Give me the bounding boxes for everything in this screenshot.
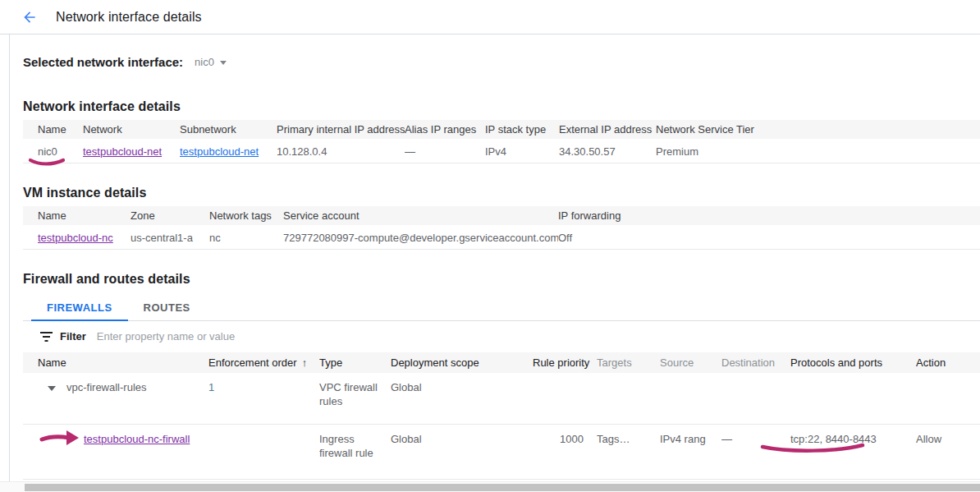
col-fw-name: Name	[23, 352, 208, 373]
content-pane: Selected network interface: nic0 Network…	[9, 34, 980, 492]
firewall-rule-row: testpubcloud-nc-firwall Ingress firewall…	[23, 424, 980, 479]
col-zone: Zone	[131, 206, 209, 225]
firewall-group-name: vpc-firewall-rules	[66, 381, 147, 393]
filter-label: Filter	[60, 330, 86, 343]
firewall-table: Name Enforcement order↑ Type Deployment …	[23, 352, 980, 480]
nic-table: Name Network Subnetwork Primary internal…	[23, 120, 980, 163]
col-destination: Destination	[721, 352, 790, 373]
cell-destination	[721, 373, 790, 424]
col-targets: Targets	[597, 352, 660, 373]
cell-rule-priority: 1000	[533, 424, 597, 479]
vm-table-row: testpubcloud-nc us-central1-a nc 7297720…	[23, 225, 980, 250]
cell-rule-priority	[533, 373, 597, 424]
cell-protocols-ports	[790, 373, 916, 424]
cell-external-ip: 34.30.50.57	[559, 139, 656, 163]
nic-table-row: nic0 testpubcloud-net testpubcloud-net 1…	[23, 139, 980, 163]
network-interface-details-page: Network interface details Selected netwo…	[0, 0, 980, 492]
cell-service-account: 729772080997-compute@developer.gservicea…	[283, 225, 558, 250]
vm-table-header-row: Name Zone Network tags Service account I…	[23, 206, 980, 225]
cell-source	[660, 373, 721, 424]
sort-ascending-icon: ↑	[302, 356, 308, 369]
cell-nic-name: nic0	[23, 139, 83, 163]
cell-deployment-scope: Global	[391, 373, 533, 424]
page-title: Network interface details	[56, 10, 202, 25]
cell-type: VPC firewall rules	[319, 373, 391, 424]
col-ip-stack-type: IP stack type	[485, 120, 559, 139]
col-vm-name: Name	[23, 206, 131, 225]
filter-row: Filter	[39, 321, 980, 350]
firewall-header-row: Name Enforcement order↑ Type Deployment …	[23, 352, 980, 373]
interface-dropdown[interactable]: nic0	[195, 56, 227, 68]
col-subnetwork: Subnetwork	[180, 120, 277, 139]
subnetwork-link[interactable]: testpubcloud-net	[180, 145, 259, 158]
page-header: Network interface details	[0, 0, 980, 34]
vm-table: Name Zone Network tags Service account I…	[23, 206, 980, 250]
cell-zone: us-central1-a	[131, 225, 209, 250]
cell-ip-forwarding: Off	[558, 225, 980, 250]
vm-section-title: VM instance details	[23, 186, 980, 200]
vm-name-link[interactable]: testpubcloud-nc	[38, 232, 113, 244]
col-enforcement-order[interactable]: Enforcement order↑	[208, 352, 319, 373]
col-action: Action	[916, 352, 980, 373]
col-network-service-tier: Network Service Tier	[656, 120, 980, 139]
cell-type: Ingress firewall rule	[319, 424, 391, 479]
cell-targets	[597, 373, 660, 424]
collapse-triangle-icon[interactable]	[48, 386, 56, 391]
nic-table-header-row: Name Network Subnetwork Primary internal…	[23, 120, 980, 139]
cell-ip-stack-type: IPv4	[485, 139, 559, 163]
nic-section-title: Network interface details	[23, 99, 980, 114]
horizontal-scrollbar	[0, 481, 980, 492]
col-rule-priority: Rule priority	[533, 352, 597, 373]
col-external-ip: External IP address	[559, 120, 656, 139]
cell-enforcement-order	[208, 424, 319, 479]
firewall-group-row: vpc-firewall-rules 1 VPC firewall rules …	[23, 373, 980, 424]
col-network-tags: Network tags	[209, 206, 283, 225]
firewall-section-title: Firewall and routes details	[23, 272, 980, 287]
col-type: Type	[319, 352, 391, 373]
cell-action: Allow	[916, 424, 980, 479]
cell-protocols-ports: tcp:22, 8440-8443	[790, 424, 916, 479]
col-name: Name	[23, 120, 83, 139]
col-source: Source	[660, 352, 721, 373]
cell-alias-ip-ranges: —	[405, 139, 485, 163]
back-button[interactable]	[20, 7, 39, 27]
tab-firewalls[interactable]: FIREWALLS	[31, 295, 128, 321]
col-protocols-ports: Protocols and ports	[790, 352, 916, 373]
caret-down-icon	[220, 61, 227, 65]
filter-icon	[39, 331, 53, 343]
tab-routes[interactable]: ROUTES	[128, 295, 206, 320]
network-link[interactable]: testpubcloud-net	[83, 145, 162, 158]
cell-enforcement-order: 1	[208, 373, 319, 424]
horizontal-scrollbar-thumb[interactable]	[25, 484, 980, 491]
cell-destination: —	[721, 424, 790, 479]
selected-interface-label: Selected network interface:	[23, 55, 183, 69]
cell-network-tags: nc	[209, 225, 283, 250]
cell-source: IPv4 rang	[660, 424, 721, 479]
firewall-tabbar: FIREWALLS ROUTES	[23, 295, 980, 321]
cell-targets: Tags…	[597, 424, 660, 479]
selected-interface-row: Selected network interface: nic0	[23, 34, 980, 69]
cell-deployment-scope: Global	[391, 424, 533, 479]
firewall-rule-link[interactable]: testpubcloud-nc-firwall	[84, 433, 190, 445]
filter-button[interactable]: Filter	[39, 330, 86, 343]
col-primary-internal-ip: Primary internal IP address	[277, 120, 405, 139]
col-service-account: Service account	[283, 206, 558, 225]
col-deployment-scope: Deployment scope	[391, 352, 533, 373]
col-ip-forwarding: IP forwarding	[558, 206, 980, 225]
col-alias-ip-ranges: Alias IP ranges	[405, 120, 485, 139]
interface-dropdown-value: nic0	[195, 56, 214, 68]
cell-action	[916, 373, 980, 424]
cell-primary-internal-ip: 10.128.0.4	[277, 139, 405, 163]
cell-network-service-tier: Premium	[656, 139, 980, 163]
arrow-left-icon	[21, 9, 38, 25]
filter-input[interactable]	[97, 330, 442, 343]
col-network: Network	[83, 120, 180, 139]
